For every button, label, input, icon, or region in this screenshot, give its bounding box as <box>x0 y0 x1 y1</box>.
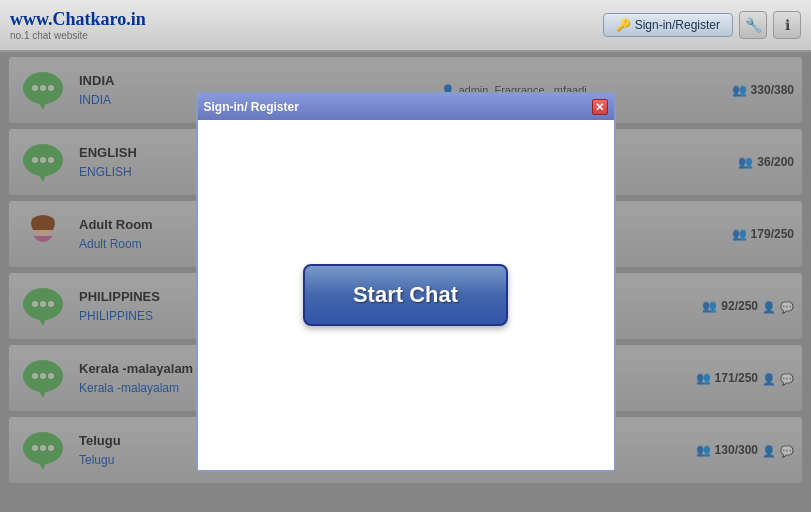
signin-label: Sign-in/Register <box>635 18 720 32</box>
modal-close-button[interactable]: ✕ <box>592 99 608 115</box>
logo-area: www.Chatkaro.in no.1 chat website <box>10 9 146 41</box>
signin-icon: 🔑 <box>616 18 631 32</box>
header-right: 🔑 Sign-in/Register 🔧 ℹ <box>603 11 801 39</box>
modal-body: Start Chat <box>198 120 614 470</box>
logo-title: www.Chatkaro.in <box>10 9 146 30</box>
modal-titlebar: Sign-in/ Register ✕ <box>198 94 614 120</box>
settings-icon: 🔧 <box>745 17 762 33</box>
modal-overlay: Sign-in/ Register ✕ Start Chat <box>0 52 811 512</box>
start-chat-button[interactable]: Start Chat <box>303 264 508 326</box>
signin-register-button[interactable]: 🔑 Sign-in/Register <box>603 13 733 37</box>
info-button[interactable]: ℹ <box>773 11 801 39</box>
main-area: INDIA INDIA 👤 admin, Fragrance., mfaadi … <box>0 52 811 512</box>
header: www.Chatkaro.in no.1 chat website 🔑 Sign… <box>0 0 811 52</box>
logo-subtitle: no.1 chat website <box>10 30 146 41</box>
modal-title: Sign-in/ Register <box>204 100 299 114</box>
signin-modal: Sign-in/ Register ✕ Start Chat <box>196 92 616 472</box>
info-icon: ℹ <box>785 17 790 33</box>
settings-button[interactable]: 🔧 <box>739 11 767 39</box>
